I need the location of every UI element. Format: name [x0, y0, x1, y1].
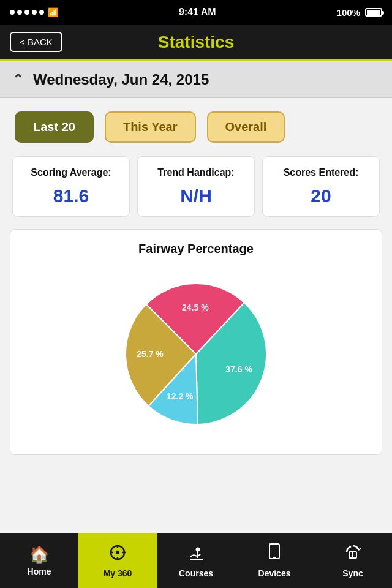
svg-text:37.6 %: 37.6 % [225, 364, 252, 374]
nav-my360[interactable]: My 360 [78, 533, 157, 588]
battery-icon [365, 8, 382, 17]
sync-icon [344, 543, 362, 566]
nav-sync[interactable]: Sync [314, 533, 392, 588]
battery-percent: 100% [337, 7, 360, 18]
stat-trend-handicap: Trend Handicap: N/H [137, 156, 255, 217]
pie-chart: 37.6 %12.2 %25.7 %24.5 % [104, 268, 288, 440]
nav-courses-label: Courses [179, 568, 213, 578]
nav-home-label: Home [28, 567, 51, 576]
wifi-icon: 📶 [48, 7, 58, 17]
status-time: 9:41 AM [179, 7, 216, 18]
nav-home[interactable]: 🏠 Home [0, 533, 78, 588]
chevron-up-icon[interactable]: ⌃ [12, 72, 23, 88]
stat-value-2: 20 [269, 186, 373, 206]
nav-sync-label: Sync [342, 568, 363, 578]
stat-scoring-average: Scoring Average: 81.6 [12, 156, 130, 217]
chart-title: Fairway Percentage [20, 242, 372, 256]
svg-text:25.7 %: 25.7 % [137, 349, 164, 359]
page-title: Statistics [158, 32, 235, 52]
nav-devices-label: Devices [258, 568, 291, 578]
nav-bar: < BACK Statistics [0, 24, 392, 61]
nav-courses[interactable]: Courses [157, 533, 235, 588]
svg-rect-11 [197, 549, 198, 558]
back-button[interactable]: < BACK [10, 32, 62, 52]
my360-icon [108, 543, 127, 566]
status-right: 100% [337, 7, 382, 18]
stat-label-1: Trend Handicap: [144, 167, 248, 179]
filter-row: Last 20 This Year Overall [0, 98, 392, 156]
svg-rect-12 [270, 544, 279, 559]
stat-label-2: Scores Entered: [269, 167, 373, 179]
svg-point-5 [116, 551, 119, 554]
signal-bars [10, 10, 44, 15]
home-icon: 🏠 [29, 545, 49, 564]
chart-container: 37.6 %12.2 %25.7 %24.5 % [20, 268, 372, 440]
nav-my360-label: My 360 [104, 568, 132, 578]
svg-text:12.2 %: 12.2 % [167, 391, 194, 401]
stats-row: Scoring Average: 81.6 Trend Handicap: N/… [0, 156, 392, 229]
stat-value-0: 81.6 [19, 186, 123, 206]
svg-rect-13 [273, 557, 276, 558]
stat-value-1: N/H [144, 186, 248, 206]
bottom-nav: 🏠 Home My 360 Courses [0, 533, 392, 588]
status-bar: 📶 9:41 AM 100% [0, 0, 392, 24]
filter-overall[interactable]: Overall [207, 111, 285, 143]
date-row: ⌃ Wednesday, Jun 24, 2015 [0, 61, 392, 98]
filter-this-year[interactable]: This Year [105, 111, 196, 143]
current-date: Wednesday, Jun 24, 2015 [33, 71, 209, 88]
svg-text:24.5 %: 24.5 % [182, 303, 209, 312]
chart-section: Fairway Percentage 37.6 %12.2 %25.7 %24.… [10, 229, 382, 455]
filter-last20[interactable]: Last 20 [15, 111, 94, 143]
devices-icon [266, 543, 282, 566]
status-left: 📶 [10, 7, 58, 17]
courses-icon [187, 543, 205, 566]
stat-label-0: Scoring Average: [19, 167, 123, 179]
nav-devices[interactable]: Devices [235, 533, 314, 588]
stat-scores-entered: Scores Entered: 20 [262, 156, 380, 217]
